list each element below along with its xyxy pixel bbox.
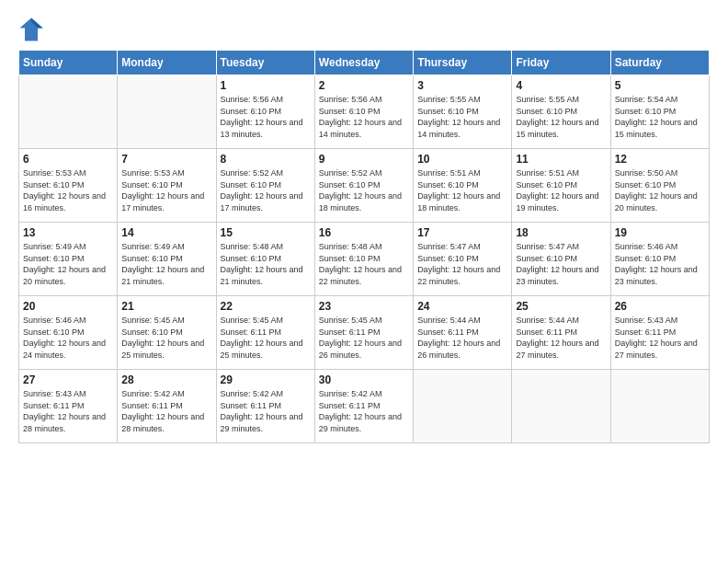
calendar-cell: 24Sunrise: 5:44 AM Sunset: 6:11 PM Dayli… xyxy=(414,296,512,370)
calendar-cell xyxy=(610,370,709,443)
page: SundayMondayTuesdayWednesdayThursdayFrid… xyxy=(0,0,728,563)
calendar-cell: 8Sunrise: 5:52 AM Sunset: 6:10 PM Daylig… xyxy=(216,149,314,223)
day-info: Sunrise: 5:51 AM Sunset: 6:10 PM Dayligh… xyxy=(516,167,606,213)
calendar-cell: 27Sunrise: 5:43 AM Sunset: 6:11 PM Dayli… xyxy=(19,370,118,443)
calendar-cell xyxy=(414,370,512,443)
calendar-header-tuesday: Tuesday xyxy=(216,51,314,75)
calendar-cell: 2Sunrise: 5:56 AM Sunset: 6:10 PM Daylig… xyxy=(314,75,413,149)
day-info: Sunrise: 5:55 AM Sunset: 6:10 PM Dayligh… xyxy=(516,94,606,140)
calendar-week-row: 13Sunrise: 5:49 AM Sunset: 6:10 PM Dayli… xyxy=(19,223,710,296)
day-info: Sunrise: 5:52 AM Sunset: 6:10 PM Dayligh… xyxy=(319,167,409,213)
day-number: 11 xyxy=(516,153,606,166)
calendar-cell: 23Sunrise: 5:45 AM Sunset: 6:11 PM Dayli… xyxy=(314,296,413,370)
day-info: Sunrise: 5:55 AM Sunset: 6:10 PM Dayligh… xyxy=(417,94,507,140)
calendar-cell: 6Sunrise: 5:53 AM Sunset: 6:10 PM Daylig… xyxy=(19,149,118,223)
day-info: Sunrise: 5:42 AM Sunset: 6:11 PM Dayligh… xyxy=(121,388,211,434)
logo xyxy=(18,17,48,42)
calendar-week-row: 1Sunrise: 5:56 AM Sunset: 6:10 PM Daylig… xyxy=(19,75,710,149)
day-info: Sunrise: 5:52 AM Sunset: 6:10 PM Dayligh… xyxy=(221,167,311,213)
calendar-cell xyxy=(19,75,118,149)
day-info: Sunrise: 5:44 AM Sunset: 6:11 PM Dayligh… xyxy=(417,315,507,361)
logo-icon xyxy=(18,17,44,42)
calendar-cell: 10Sunrise: 5:51 AM Sunset: 6:10 PM Dayli… xyxy=(414,149,512,223)
calendar-week-row: 6Sunrise: 5:53 AM Sunset: 6:10 PM Daylig… xyxy=(19,149,710,223)
calendar-cell: 13Sunrise: 5:49 AM Sunset: 6:10 PM Dayli… xyxy=(19,223,118,296)
calendar-header-friday: Friday xyxy=(512,51,610,75)
calendar-cell: 7Sunrise: 5:53 AM Sunset: 6:10 PM Daylig… xyxy=(118,149,216,223)
day-info: Sunrise: 5:53 AM Sunset: 6:10 PM Dayligh… xyxy=(23,167,113,213)
calendar-cell: 29Sunrise: 5:42 AM Sunset: 6:11 PM Dayli… xyxy=(216,370,314,443)
calendar-cell: 16Sunrise: 5:48 AM Sunset: 6:10 PM Dayli… xyxy=(314,223,413,296)
day-number: 5 xyxy=(615,79,705,92)
day-number: 1 xyxy=(221,79,311,92)
day-info: Sunrise: 5:53 AM Sunset: 6:10 PM Dayligh… xyxy=(121,167,211,213)
calendar-cell: 20Sunrise: 5:46 AM Sunset: 6:10 PM Dayli… xyxy=(19,296,118,370)
day-number: 15 xyxy=(221,226,311,239)
day-info: Sunrise: 5:47 AM Sunset: 6:10 PM Dayligh… xyxy=(417,241,507,287)
day-info: Sunrise: 5:50 AM Sunset: 6:10 PM Dayligh… xyxy=(615,167,705,213)
day-info: Sunrise: 5:54 AM Sunset: 6:10 PM Dayligh… xyxy=(615,94,705,140)
day-info: Sunrise: 5:48 AM Sunset: 6:10 PM Dayligh… xyxy=(319,241,409,287)
day-number: 8 xyxy=(221,153,311,166)
day-info: Sunrise: 5:42 AM Sunset: 6:11 PM Dayligh… xyxy=(221,388,311,434)
day-number: 18 xyxy=(516,226,606,239)
calendar-week-row: 27Sunrise: 5:43 AM Sunset: 6:11 PM Dayli… xyxy=(19,370,710,443)
calendar-header-saturday: Saturday xyxy=(610,51,709,75)
calendar-cell: 12Sunrise: 5:50 AM Sunset: 6:10 PM Dayli… xyxy=(610,149,709,223)
day-number: 4 xyxy=(516,79,606,92)
day-number: 3 xyxy=(417,79,507,92)
day-number: 9 xyxy=(319,153,409,166)
calendar-cell: 11Sunrise: 5:51 AM Sunset: 6:10 PM Dayli… xyxy=(512,149,610,223)
calendar-cell: 15Sunrise: 5:48 AM Sunset: 6:10 PM Dayli… xyxy=(216,223,314,296)
calendar-cell: 19Sunrise: 5:46 AM Sunset: 6:10 PM Dayli… xyxy=(610,223,709,296)
day-number: 14 xyxy=(121,226,211,239)
day-number: 2 xyxy=(319,79,409,92)
calendar-cell: 14Sunrise: 5:49 AM Sunset: 6:10 PM Dayli… xyxy=(118,223,216,296)
day-number: 30 xyxy=(319,373,409,386)
day-number: 10 xyxy=(417,153,507,166)
day-info: Sunrise: 5:56 AM Sunset: 6:10 PM Dayligh… xyxy=(221,94,311,140)
calendar-cell xyxy=(512,370,610,443)
calendar-header-wednesday: Wednesday xyxy=(314,51,413,75)
day-info: Sunrise: 5:48 AM Sunset: 6:10 PM Dayligh… xyxy=(221,241,311,287)
day-number: 17 xyxy=(417,226,507,239)
day-info: Sunrise: 5:45 AM Sunset: 6:10 PM Dayligh… xyxy=(121,315,211,361)
day-number: 26 xyxy=(615,300,705,313)
day-number: 20 xyxy=(23,300,113,313)
day-info: Sunrise: 5:43 AM Sunset: 6:11 PM Dayligh… xyxy=(23,388,113,434)
calendar-cell: 30Sunrise: 5:42 AM Sunset: 6:11 PM Dayli… xyxy=(314,370,413,443)
day-info: Sunrise: 5:49 AM Sunset: 6:10 PM Dayligh… xyxy=(121,241,211,287)
day-number: 23 xyxy=(319,300,409,313)
day-number: 7 xyxy=(121,153,211,166)
calendar-header-sunday: Sunday xyxy=(19,51,118,75)
day-number: 16 xyxy=(319,226,409,239)
calendar-cell: 3Sunrise: 5:55 AM Sunset: 6:10 PM Daylig… xyxy=(414,75,512,149)
calendar-header-row: SundayMondayTuesdayWednesdayThursdayFrid… xyxy=(19,51,710,75)
day-info: Sunrise: 5:49 AM Sunset: 6:10 PM Dayligh… xyxy=(23,241,113,287)
calendar-cell: 17Sunrise: 5:47 AM Sunset: 6:10 PM Dayli… xyxy=(414,223,512,296)
day-number: 25 xyxy=(516,300,606,313)
day-info: Sunrise: 5:45 AM Sunset: 6:11 PM Dayligh… xyxy=(319,315,409,361)
calendar-cell: 22Sunrise: 5:45 AM Sunset: 6:11 PM Dayli… xyxy=(216,296,314,370)
calendar-cell: 9Sunrise: 5:52 AM Sunset: 6:10 PM Daylig… xyxy=(314,149,413,223)
calendar-week-row: 20Sunrise: 5:46 AM Sunset: 6:10 PM Dayli… xyxy=(19,296,710,370)
day-number: 27 xyxy=(23,373,113,386)
day-number: 28 xyxy=(121,373,211,386)
day-number: 6 xyxy=(23,153,113,166)
header xyxy=(18,17,710,42)
calendar-cell: 25Sunrise: 5:44 AM Sunset: 6:11 PM Dayli… xyxy=(512,296,610,370)
calendar-cell: 5Sunrise: 5:54 AM Sunset: 6:10 PM Daylig… xyxy=(610,75,709,149)
calendar-cell: 1Sunrise: 5:56 AM Sunset: 6:10 PM Daylig… xyxy=(216,75,314,149)
calendar-cell xyxy=(118,75,216,149)
day-info: Sunrise: 5:46 AM Sunset: 6:10 PM Dayligh… xyxy=(23,315,113,361)
day-info: Sunrise: 5:51 AM Sunset: 6:10 PM Dayligh… xyxy=(417,167,507,213)
calendar-cell: 21Sunrise: 5:45 AM Sunset: 6:10 PM Dayli… xyxy=(118,296,216,370)
day-number: 21 xyxy=(121,300,211,313)
calendar-cell: 26Sunrise: 5:43 AM Sunset: 6:11 PM Dayli… xyxy=(610,296,709,370)
day-info: Sunrise: 5:44 AM Sunset: 6:11 PM Dayligh… xyxy=(516,315,606,361)
day-number: 22 xyxy=(221,300,311,313)
day-number: 19 xyxy=(615,226,705,239)
calendar-cell: 18Sunrise: 5:47 AM Sunset: 6:10 PM Dayli… xyxy=(512,223,610,296)
day-number: 29 xyxy=(221,373,311,386)
day-info: Sunrise: 5:46 AM Sunset: 6:10 PM Dayligh… xyxy=(615,241,705,287)
